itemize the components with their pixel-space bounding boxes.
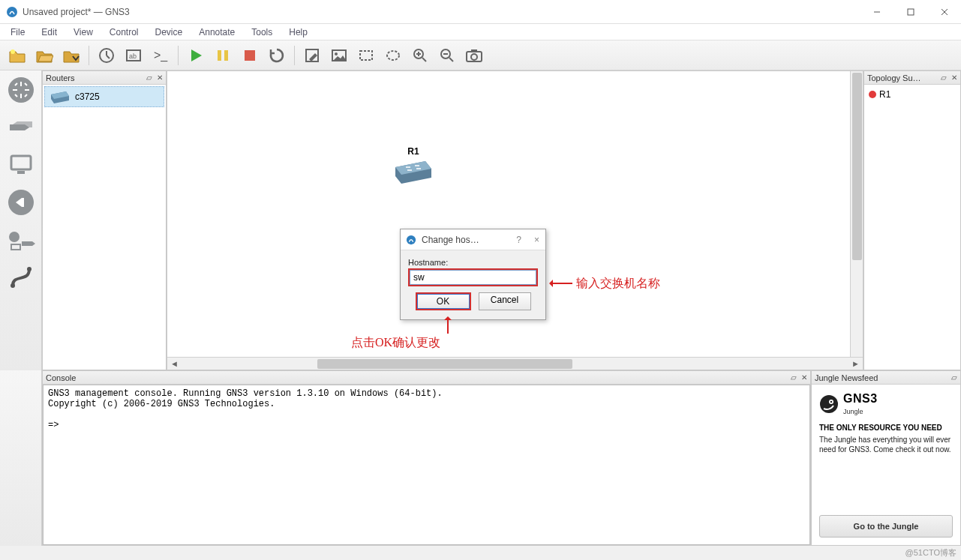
panel-close-icon[interactable]: ✕ [800,373,809,382]
jungle-panel-title: Jungle Newsfeed [815,373,878,382]
svg-text:ab: ab [129,52,137,60]
vertical-scrollbar[interactable] [850,71,863,357]
new-project-icon[interactable] [6,44,29,67]
status-stopped-icon [869,91,876,98]
scroll-right-icon[interactable]: ► [851,359,860,368]
jungle-text: The Jungle has everything you will ever … [819,435,953,454]
close-button[interactable] [927,0,961,24]
panel-float-icon[interactable]: ▱ [950,373,959,382]
menu-help[interactable]: Help [281,25,315,39]
svg-point-27 [471,54,477,60]
panel-float-icon[interactable]: ▱ [145,73,154,82]
hostname-input[interactable] [410,270,536,285]
scroll-left-icon[interactable]: ◄ [170,359,179,368]
annotation-ok-hint: 点击OK确认更改 [351,335,440,351]
console-all-icon[interactable]: >_ [149,44,172,67]
menu-file[interactable]: File [3,25,32,39]
panel-float-icon[interactable]: ▱ [939,73,948,82]
svg-rect-16 [360,51,372,60]
chameleon-icon [819,394,839,414]
console-panel: Console ▱ ✕ GNS3 management console. Run… [42,370,811,546]
show-interface-labels-icon[interactable]: ab [122,44,145,67]
dialog-titlebar[interactable]: Change hos… ? × [401,229,545,250]
dock-routers-icon[interactable] [5,73,38,106]
cancel-button[interactable]: Cancel [479,292,531,310]
topology-item[interactable]: R1 [867,88,957,101]
screenshot-icon[interactable] [463,44,485,67]
menu-device[interactable]: Device [148,25,191,39]
titlebar: Unsaved project* — GNS3 [0,0,961,24]
dialog-help-button[interactable]: ? [516,235,521,245]
svg-point-33 [9,232,20,242]
console-output[interactable]: GNS3 management console. Running GNS3 ve… [43,385,810,545]
zoom-in-icon[interactable] [409,44,431,67]
console-line: GNS3 management console. Running GNS3 ve… [48,388,443,399]
draw-rectangle-icon[interactable] [355,44,377,67]
panel-float-icon[interactable]: ▱ [789,373,798,382]
hostname-input-highlight [408,268,538,286]
minimize-button[interactable] [860,0,893,24]
routers-list: c3725 [43,85,166,370]
scrollbar-thumb[interactable] [317,359,572,369]
dock-security-icon[interactable] [5,186,38,219]
window-controls [860,0,961,24]
jungle-logo-sub: Jungle [843,408,863,415]
device-label: R1 [392,146,434,157]
annotation-arrow [447,317,449,334]
dock-add-link-icon[interactable] [5,261,38,294]
save-project-icon[interactable] [60,44,83,67]
router-list-item[interactable]: c3725 [44,86,164,107]
panel-close-icon[interactable]: ✕ [950,73,959,82]
go-to-jungle-button[interactable]: Go to the Jungle [819,515,953,538]
maximize-button[interactable] [893,0,927,24]
dock-all-devices-icon[interactable] [5,223,38,256]
menu-tools[interactable]: Tools [244,25,280,39]
annotation-arrow [550,283,572,284]
scrollbar-thumb[interactable] [852,73,862,260]
dock-end-devices-icon[interactable] [5,148,38,181]
workspace-canvas[interactable]: R1 Change hos… ? × [167,71,863,357]
draw-ellipse-icon[interactable] [382,44,404,67]
horizontal-scrollbar[interactable]: ◄ ► [167,357,863,370]
svg-point-15 [335,52,338,55]
stop-all-icon[interactable] [239,44,261,67]
router-item-label: c3725 [75,91,100,102]
dock-switches-icon[interactable] [5,111,38,144]
annotation-input-hint: 输入交换机名称 [576,276,660,292]
insert-image-icon[interactable] [328,44,350,67]
jungle-panel-header: Jungle Newsfeed ▱ [812,371,960,385]
jungle-content: GNS3 Jungle THE ONLY RESOURCE YOU NEED T… [812,385,960,545]
svg-text:>_: >_ [154,49,168,62]
add-note-icon[interactable] [301,44,323,67]
console-panel-header: Console ▱ ✕ [43,371,810,385]
ok-button[interactable]: OK [417,294,470,309]
svg-rect-11 [224,50,228,61]
toolbar-separator [89,46,89,65]
toolbar-separator [294,46,295,65]
routers-panel-header: Routers ▱ ✕ [43,71,166,85]
reload-all-icon[interactable] [266,44,288,67]
svg-rect-12 [245,50,255,61]
open-project-icon[interactable] [33,44,56,67]
menu-edit[interactable]: Edit [34,25,65,39]
pause-all-icon[interactable] [212,44,234,67]
menu-control[interactable]: Control [102,25,146,39]
topology-panel: Topology Su… ▱ ✕ R1 [863,70,961,370]
snapshot-icon[interactable] [95,44,118,67]
panel-close-icon[interactable]: ✕ [155,73,164,82]
topology-panel-title: Topology Su… [867,73,921,82]
dialog-title-text: Change hos… [422,235,479,245]
svg-point-5 [11,49,15,54]
gns3-app-icon [6,6,18,18]
zoom-out-icon[interactable] [436,44,458,67]
svg-rect-26 [471,49,477,52]
dialog-close-button[interactable]: × [534,235,539,245]
canvas-device-r1[interactable]: R1 [392,146,434,186]
jungle-heading: THE ONLY RESOURCE YOU NEED [819,424,953,432]
menu-view[interactable]: View [66,25,101,39]
svg-point-40 [830,401,833,403]
topology-panel-header: Topology Su… ▱ ✕ [864,71,960,85]
svg-rect-29 [11,156,31,169]
menu-annotate[interactable]: Annotate [191,25,242,39]
start-all-icon[interactable] [185,44,207,67]
